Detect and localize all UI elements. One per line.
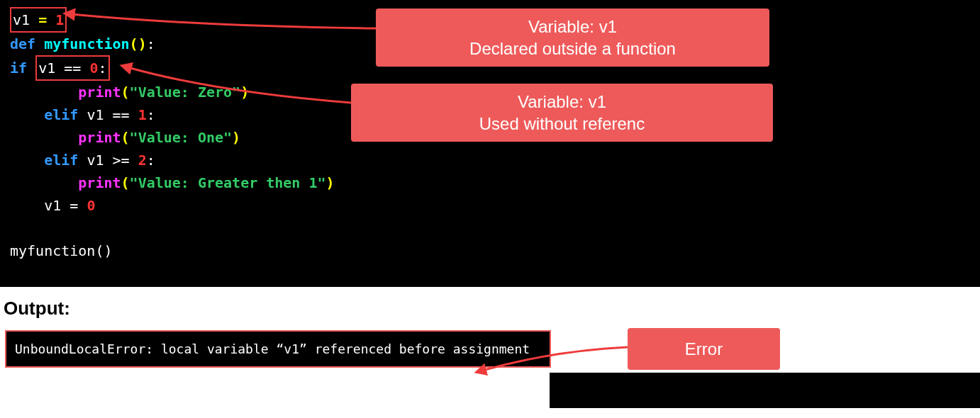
code-paren: ) [232,129,240,146]
code-print: print [78,84,121,101]
code-colon: : [98,60,106,77]
code-keyword-elif: elif [44,152,78,169]
callout-error: Error [628,328,780,370]
code-paren: ( [121,129,130,146]
code-eq: = [69,197,78,214]
code-keyword-elif: elif [44,106,78,123]
code-paren: ) [240,84,249,101]
output-block: UnboundLocalError: local variable “v1” r… [5,330,551,368]
code-paren: ) [326,174,335,191]
code-colon: : [147,35,155,52]
code-op: >= [113,152,130,169]
output-label: Output: [4,298,976,320]
code-string: "Value: One" [130,129,233,146]
code-paren: ( [121,174,130,191]
code-var: v1 [13,11,30,28]
code-num: 0 [87,197,95,214]
callout-variable-declared: Variable: v1 Declared outside a function [376,9,769,67]
code-string: "Value: Zero" [130,84,241,101]
code-var: v1 [87,152,104,169]
code-num: 1 [55,11,64,28]
callout-text: Used without referenc [365,113,759,135]
callout-text: Declared outside a function [390,38,755,60]
code-print: print [78,129,121,146]
callout-text: Variable: v1 [390,16,755,38]
output-section: Output: UnboundLocalError: local variabl… [0,287,980,378]
code-paren: ( [121,84,130,101]
code-op: == [64,60,81,77]
code-num: 2 [138,152,147,169]
code-var: v1 [44,197,61,214]
code-paren: () [130,35,147,52]
code-var: v1 [38,60,55,77]
code-eq: = [38,11,47,28]
code-function-name: myfunction [44,35,129,52]
code-keyword-if: if [10,60,27,77]
output-stripe [550,373,980,408]
code-string: "Value: Greater then 1" [130,174,326,191]
callout-text: Variable: v1 [365,91,759,113]
code-var: v1 [87,106,104,123]
code-num: 1 [138,106,147,123]
code-num: 0 [89,60,98,77]
callout-variable-used: Variable: v1 Used without referenc [351,84,773,142]
code-call: myfunction() [10,242,113,259]
code-op: == [113,106,130,123]
code-keyword-def: def [10,35,35,52]
code-colon: : [147,152,155,169]
code-colon: : [147,106,155,123]
highlight-box-1: v1 = 1 [10,7,67,33]
highlight-box-2: v1 == 0: [35,55,109,81]
callout-text: Error [642,338,766,360]
code-print: print [78,174,121,191]
